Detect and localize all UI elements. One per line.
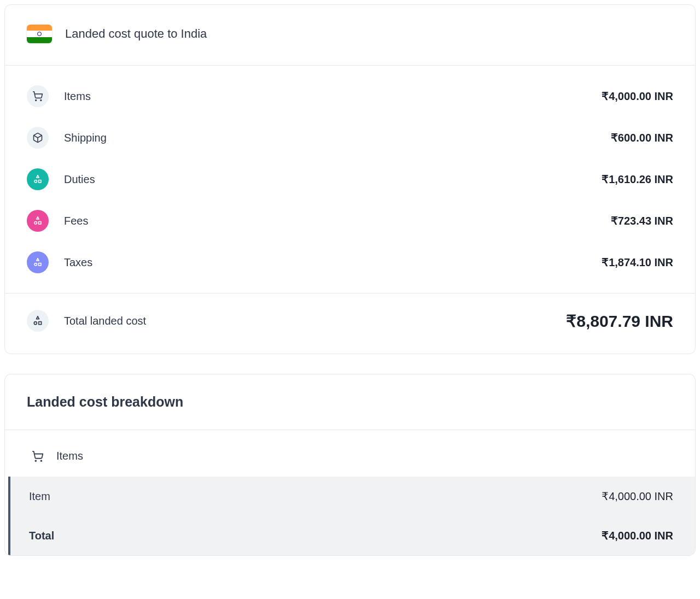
landed-cost-breakdown-card: Landed cost breakdown Items Item ₹4,000.…: [4, 374, 696, 556]
total-label: Total landed cost: [64, 315, 566, 327]
landed-cost-quote-card: Landed cost quote to India Items ₹4,000.…: [4, 4, 696, 354]
row-taxes: Taxes ₹1,874.10 INR: [27, 242, 673, 283]
row-fees-label: Fees: [64, 215, 611, 227]
shapes-icon: [27, 251, 49, 273]
breakdown-section-label: Items: [56, 450, 83, 462]
svg-rect-6: [39, 222, 42, 225]
svg-rect-4: [39, 180, 42, 183]
svg-point-9: [34, 322, 37, 325]
shapes-icon: [27, 168, 49, 190]
svg-point-3: [34, 180, 37, 183]
svg-rect-10: [39, 322, 42, 325]
cart-icon: [31, 450, 44, 462]
row-shipping-value: ₹600.00 INR: [611, 131, 673, 144]
breakdown-row-item-value: ₹4,000.00 INR: [602, 490, 673, 503]
svg-rect-8: [39, 263, 42, 266]
breakdown-row-item-label: Item: [29, 490, 602, 503]
row-taxes-value: ₹1,874.10 INR: [602, 256, 673, 269]
shapes-icon: [27, 310, 49, 332]
breakdown-row-total-label: Total: [29, 530, 602, 542]
svg-point-7: [34, 263, 37, 266]
breakdown-section-header: Items: [5, 430, 695, 477]
total-value: ₹8,807.79 INR: [566, 312, 673, 331]
svg-point-5: [34, 222, 37, 225]
row-duties-value: ₹1,610.26 INR: [602, 173, 673, 186]
row-taxes-label: Taxes: [64, 256, 602, 269]
quote-header: Landed cost quote to India: [5, 5, 695, 66]
quote-rows: Items ₹4,000.00 INR Shipping ₹600.00 INR…: [5, 66, 695, 293]
breakdown-row-total-value: ₹4,000.00 INR: [602, 529, 673, 542]
row-duties-label: Duties: [64, 173, 602, 186]
row-duties: Duties ₹1,610.26 INR: [27, 158, 673, 200]
quote-title: Landed cost quote to India: [65, 27, 207, 41]
india-flag-icon: [27, 25, 52, 43]
breakdown-header: Landed cost breakdown: [5, 374, 695, 430]
cart-icon: [27, 85, 49, 107]
svg-point-12: [41, 460, 42, 461]
row-items-value: ₹4,000.00 INR: [602, 90, 673, 103]
package-icon: [27, 127, 49, 149]
svg-point-1: [40, 100, 42, 101]
total-section: Total landed cost ₹8,807.79 INR: [5, 293, 695, 354]
breakdown-row-item: Item ₹4,000.00 INR: [10, 477, 695, 516]
row-fees: Fees ₹723.43 INR: [27, 200, 673, 242]
row-shipping-label: Shipping: [64, 132, 611, 144]
svg-point-11: [35, 460, 36, 461]
breakdown-title: Landed cost breakdown: [27, 394, 673, 410]
breakdown-row-total: Total ₹4,000.00 INR: [10, 516, 695, 555]
row-items: Items ₹4,000.00 INR: [27, 75, 673, 117]
shapes-icon: [27, 210, 49, 232]
row-fees-value: ₹723.43 INR: [611, 214, 673, 227]
row-shipping: Shipping ₹600.00 INR: [27, 117, 673, 158]
breakdown-rows: Item ₹4,000.00 INR Total ₹4,000.00 INR: [8, 477, 695, 555]
row-items-label: Items: [64, 90, 602, 103]
svg-point-0: [36, 100, 37, 101]
